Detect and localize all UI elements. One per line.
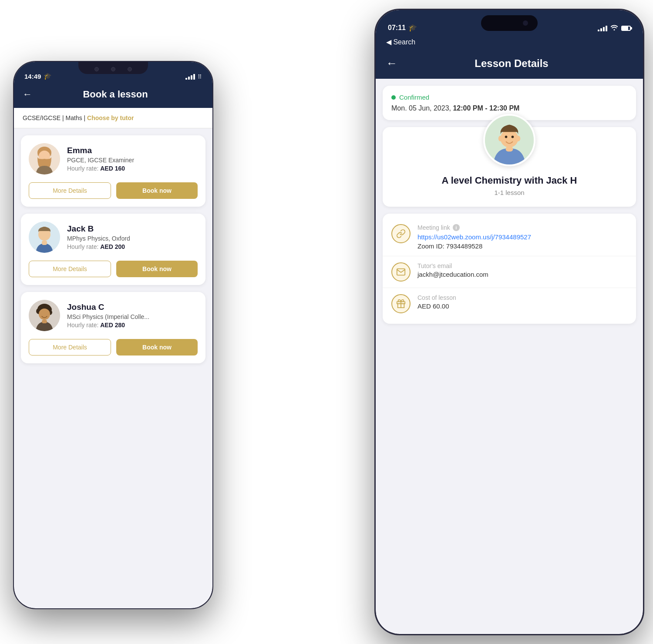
email-icon-wrap xyxy=(391,262,411,282)
emma-rate-value: 160 xyxy=(115,165,125,172)
phone2-lesson-details: 07:11 🎓 xyxy=(374,9,644,635)
tutor-email-row: Tutor's email jackh@jtceducation.com xyxy=(383,256,636,288)
battery-icon xyxy=(621,26,631,31)
emma-more-details-button[interactable]: More Details xyxy=(29,182,111,199)
meeting-link-content: Meeting link i https://us02web.zoom.us/j… xyxy=(417,224,627,250)
info-icon: i xyxy=(453,224,460,231)
emma-rate-currency: AED xyxy=(100,165,113,172)
email-icon xyxy=(396,267,406,277)
lesson-type: 1-1 lesson xyxy=(494,189,524,196)
tutor-avatar-emma xyxy=(29,143,60,174)
confirmed-status-text: Confirmed xyxy=(399,94,429,101)
emma-qualification: PGCE, IGCSE Examiner xyxy=(67,157,198,164)
breadcrumb-text: GCSE/IGCSE | Maths | Choose by tutor xyxy=(23,114,134,121)
phone2-time-display: 07:11 🎓 xyxy=(388,23,417,32)
jackb-more-details-button[interactable]: More Details xyxy=(29,261,111,277)
joshua-rate-value: 280 xyxy=(115,322,125,329)
lesson-date-time: Mon. 05 Jun, 2023, 12:00 PM - 12:30 PM xyxy=(391,104,627,112)
phone2-status-icons xyxy=(598,25,631,32)
tutor-email-content: Tutor's email jackh@jtceducation.com xyxy=(417,262,627,278)
phone2-time-text: 07:11 xyxy=(388,24,406,32)
jackb-qualification: MPhys Physics, Oxford xyxy=(67,235,198,242)
signal-bar-4 xyxy=(606,26,607,31)
jackb-info: Jack B MPhys Physics, Oxford Hourly rate… xyxy=(67,224,198,250)
joshua-actions: More Details Book now xyxy=(29,339,198,356)
signal-bar-3 xyxy=(191,75,192,80)
jackb-rate-value: 200 xyxy=(115,243,125,250)
lesson-date-value: Mon. 05 Jun, 2023, xyxy=(391,104,451,112)
phone2-search-row: ◀ Search xyxy=(376,35,643,50)
signal-bar-1 xyxy=(598,30,599,31)
cost-of-lesson-content: Cost of lesson AED 60.00 xyxy=(417,294,627,310)
meeting-link-row: Meeting link i https://us02web.zoom.us/j… xyxy=(383,218,636,256)
phone1-title: Book a lesson xyxy=(39,89,192,100)
cost-of-lesson-label: Cost of lesson xyxy=(417,294,627,301)
svg-point-17 xyxy=(498,136,502,141)
signal-bar-3 xyxy=(603,27,605,31)
phone2-title: Lesson Details xyxy=(404,57,619,70)
tutor-avatar-joshua xyxy=(29,300,60,331)
tutor-email-label: Tutor's email xyxy=(417,262,627,269)
phone1-book-lesson: 14:49 🎓 ⠿ ← Book a lesson xyxy=(13,61,213,609)
emma-info: Emma PGCE, IGCSE Examiner Hourly rate: A… xyxy=(67,146,198,172)
tutor-card-joshua: Joshua C MSci Physics (Imperial Colle...… xyxy=(21,292,205,363)
signal-bar-2 xyxy=(600,28,602,31)
joshua-qualification: MSci Physics (Imperial Colle... xyxy=(67,313,198,320)
joshua-more-details-button[interactable]: More Details xyxy=(29,339,111,356)
svg-point-13 xyxy=(39,309,50,320)
joshua-rate-currency: AED xyxy=(100,322,113,329)
breadcrumb-choose-by-tutor[interactable]: Choose by tutor xyxy=(87,114,134,121)
scene: 14:49 🎓 ⠿ ← Book a lesson xyxy=(0,0,653,644)
phone1-grad-cap: 🎓 xyxy=(44,72,52,80)
svg-point-16 xyxy=(500,130,518,148)
emma-name: Emma xyxy=(67,146,198,155)
phone1-time: 14:49 🎓 xyxy=(24,72,52,80)
confirmed-status-row: Confirmed xyxy=(391,94,627,101)
phone2-header: ← Lesson Details xyxy=(376,50,643,79)
wallet-icon-wrap xyxy=(391,294,411,313)
tutor-avatar-jackb xyxy=(29,221,60,253)
svg-point-20 xyxy=(505,136,508,138)
tutor-card-emma: Emma PGCE, IGCSE Examiner Hourly rate: A… xyxy=(21,135,205,207)
lesson-details-card: Meeting link i https://us02web.zoom.us/j… xyxy=(383,214,636,324)
phone2-content: Confirmed Mon. 05 Jun, 2023, 12:00 PM - … xyxy=(376,79,643,633)
emma-actions: More Details Book now xyxy=(29,182,198,199)
phone1-status-icons: ⠿ xyxy=(185,74,202,80)
svg-rect-5 xyxy=(42,241,47,245)
joshua-rate: Hourly rate: AED 280 xyxy=(67,322,198,329)
jackb-name: Jack B xyxy=(67,224,198,234)
zoom-id: Zoom ID: 7934489528 xyxy=(417,242,627,250)
dots-icon: ⠿ xyxy=(198,74,202,80)
tutor-email-value: jackh@jtceducation.com xyxy=(417,271,627,278)
signal-bar-4 xyxy=(193,74,195,80)
phone1-back-button[interactable]: ← xyxy=(23,89,32,100)
cost-of-lesson-value: AED 60.00 xyxy=(417,302,627,310)
confirmed-dot xyxy=(391,95,396,100)
phone1-time-text: 14:49 xyxy=(24,73,41,80)
search-back-text[interactable]: ◀ Search xyxy=(386,38,415,46)
jackb-rate: Hourly rate: AED 200 xyxy=(67,243,198,250)
svg-point-21 xyxy=(512,136,514,138)
meeting-link-label: Meeting link i xyxy=(417,224,627,231)
emma-book-now-button[interactable]: Book now xyxy=(116,182,198,199)
jackb-book-now-button[interactable]: Book now xyxy=(116,261,198,277)
svg-rect-19 xyxy=(506,147,513,151)
jack-h-avatar xyxy=(483,114,535,166)
phone1-breadcrumb: GCSE/IGCSE | Maths | Choose by tutor xyxy=(14,108,212,128)
phone2-grad-cap: 🎓 xyxy=(408,23,417,32)
signal-bars-icon xyxy=(185,74,195,80)
wifi-icon xyxy=(611,25,618,32)
tutor-profile-card: A level Chemistry with Jack H 1-1 lesson xyxy=(383,127,636,207)
phone2-back-button[interactable]: ← xyxy=(386,57,397,70)
phone2-dynamic-island xyxy=(481,15,538,31)
link-icon xyxy=(396,229,406,238)
lesson-subject: A level Chemistry with Jack H xyxy=(433,175,586,186)
emma-rate: Hourly rate: AED 160 xyxy=(67,165,198,172)
meeting-link-url[interactable]: https://us02web.zoom.us/j/7934489527 xyxy=(417,232,627,242)
svg-point-18 xyxy=(516,136,520,141)
tutor-card-jackb: Jack B MPhys Physics, Oxford Hourly rate… xyxy=(21,214,205,285)
joshua-name: Joshua C xyxy=(67,302,198,312)
joshua-book-now-button[interactable]: Book now xyxy=(116,339,198,356)
wallet-icon xyxy=(396,299,406,309)
signal-bar-2 xyxy=(188,77,190,80)
